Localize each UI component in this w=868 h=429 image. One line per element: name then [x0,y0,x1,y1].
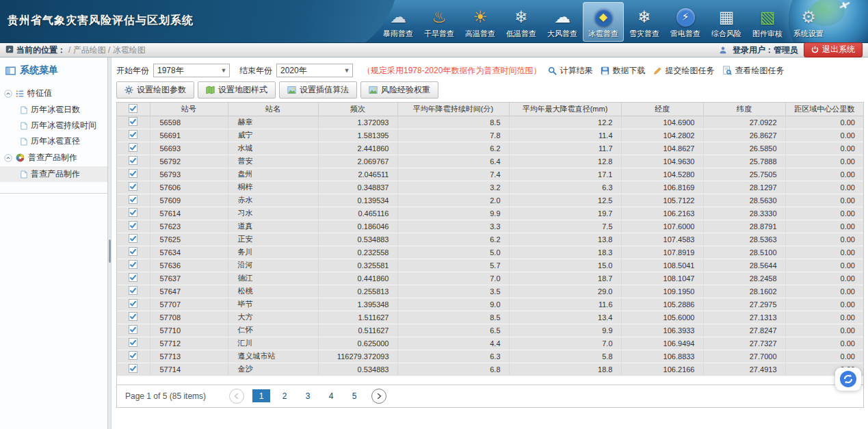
table-row[interactable]: 56793盘州2.0465117.417.1104.528025.75050.0… [117,168,863,181]
row-checkbox[interactable] [117,337,150,350]
sidebar-tree: 特征值历年冰雹日数历年冰雹持续时间历年冰雹直径普查产品制作普查产品制作 [0,82,107,194]
table-row[interactable]: 57614习水0.4651169.919.7106.216328.33300.0… [117,207,863,220]
sidebar-group-普查产品制作[interactable]: 普查产品制作 [0,149,107,166]
table-row[interactable]: 57636沿河0.3255815.715.0108.504128.56440.0… [117,259,863,272]
table-row[interactable]: 57609赤水0.1395342.012.5105.712228.56300.0… [117,194,863,207]
table-row[interactable]: 57710仁怀0.5116276.59.9106.393327.82470.00 [117,324,863,337]
row-checkbox[interactable] [117,285,150,298]
row-checkbox[interactable] [117,298,150,311]
table-row[interactable]: 57712汇川0.6250004.47.0106.949427.73270.00 [117,337,863,350]
action-数据下载[interactable]: 数据下载 [601,65,645,77]
frequency: 1.511627 [318,311,397,324]
avg-hail-duration: 6.4 [397,155,509,168]
toolbar-button-风险经验权重[interactable]: 风险经验权重 [360,81,438,99]
action-计算结果[interactable]: 计算结果 [548,65,592,77]
action-查看绘图任务[interactable]: 查看绘图任务 [722,65,784,77]
table-row[interactable]: 57714金沙0.5348836.818.8106.216627.49130.0… [117,363,863,376]
breadcrumb[interactable]: / 产品绘图 / 冰雹绘图 [68,44,146,56]
row-checkbox[interactable] [117,181,150,194]
station-id: 56792 [150,155,228,168]
nav-item-drought-survey[interactable]: ♨干旱普查 [419,2,460,42]
toolbar-button-设置地图样式[interactable]: 设置地图样式 [198,81,276,99]
page-number-1[interactable]: 1 [252,389,270,402]
refresh-button[interactable] [835,367,861,391]
action-提交绘图任务[interactable]: 提交绘图任务 [653,65,714,77]
nav-item-hail-survey[interactable]: ◆冰雹普查 [583,2,624,42]
table-row[interactable]: 57637德江0.4418607.018.7108.104728.24580.0… [117,272,863,285]
map-review-icon: ▧ [760,7,776,27]
row-checkbox[interactable] [117,272,150,285]
nav-item-lightning-survey[interactable]: ⚡雷电普查 [665,2,706,42]
next-page-button[interactable] [371,389,386,404]
nav-item-system-settings[interactable]: ⚙系统设置 [788,2,829,42]
sidebar-group-特征值[interactable]: 特征值 [0,85,107,102]
table-row[interactable]: 56792普安2.0697676.412.8104.963025.78880.0… [117,155,863,168]
nav-item-low-temp-survey[interactable]: ❄低温普查 [501,2,542,42]
row-checkbox[interactable] [117,142,150,155]
table-row[interactable]: 57623道真0.1860463.37.5107.600028.87910.00 [117,220,863,233]
row-checkbox[interactable] [117,220,150,233]
frequency: 0.511627 [318,324,397,337]
nav-item-comprehensive-risk[interactable]: ▦综合风险 [706,2,747,42]
table-row[interactable]: 56691威宁1.5813957.811.4104.280226.86270.0… [117,129,863,142]
table-row[interactable]: 57634务川0.2325585.018.3107.891928.51000.0… [117,246,863,259]
latitude: 28.5363 [703,233,785,246]
nav-item-map-review[interactable]: ▧图件审核 [747,2,788,42]
sidebar-item-历年冰雹持续时间[interactable]: 历年冰雹持续时间 [0,118,107,133]
row-checkbox[interactable] [117,207,150,220]
sidebar-item-历年冰雹日数[interactable]: 历年冰雹日数 [0,102,107,118]
distance-to-center: 0.00 [785,337,863,350]
row-checkbox[interactable] [117,259,150,272]
sidebar-item-历年冰雹直径[interactable]: 历年冰雹直径 [0,133,107,149]
table-row[interactable]: 57606桐梓0.3488373.26.3106.816928.12970.00 [117,181,863,194]
nav-item-snow-survey[interactable]: ❄雪灾普查 [624,2,665,42]
table-row[interactable]: 56693水城2.4418606.211.7104.862726.58500.0… [117,142,863,155]
collapse-icon[interactable] [4,154,12,162]
nav-item-high-temp-survey[interactable]: ☀高温普查 [460,2,501,42]
row-checkbox[interactable] [117,246,150,259]
splitter-handle[interactable] [109,239,111,263]
table-row[interactable]: 57707毕节1.3953489.011.6105.288627.29750.0… [117,298,863,311]
table-row[interactable]: 57713遵义城市站116279.3720936.35.8106.883327.… [117,350,863,363]
sidebar-item-label: 历年冰雹直径 [31,135,80,147]
row-checkbox[interactable] [117,168,150,181]
start-year-select[interactable]: 1978年 ▼ [153,64,230,77]
distance-to-center: 0.00 [785,129,863,142]
row-checkbox[interactable] [117,194,150,207]
rainstorm-survey-icon: ☁ [390,7,406,27]
table-row[interactable]: 57708大方1.5116278.513.4105.600027.13130.0… [117,311,863,324]
frequency: 0.139534 [318,194,397,207]
nav-item-label: 系统设置 [793,29,824,39]
table-row[interactable]: 57625正安0.5348836.213.8107.458328.53630.0… [117,233,863,246]
page-number-2[interactable]: 2 [276,389,293,402]
row-checkbox[interactable] [117,233,150,246]
page-number-3[interactable]: 3 [299,389,317,402]
longitude: 106.2163 [621,207,703,220]
end-year-select[interactable]: 2020年 ▼ [276,64,353,77]
row-checkbox[interactable] [117,116,150,129]
avg-hail-duration: 6.3 [397,350,509,363]
page-number-5[interactable]: 5 [345,389,363,402]
page-number-4[interactable]: 4 [322,389,340,402]
row-checkbox[interactable] [117,324,150,337]
row-checkbox[interactable] [117,311,150,324]
row-checkbox[interactable] [117,155,150,168]
sidebar-item-普查产品制作[interactable]: 普查产品制作 [0,166,107,182]
toolbar-button-设置插值算法[interactable]: 设置插值算法 [279,81,357,99]
collapse-icon[interactable] [4,90,12,98]
select-all-checkbox[interactable] [117,103,150,116]
toolbar-button-设置绘图参数[interactable]: 设置绘图参数 [116,81,194,99]
table-row[interactable]: 57647松桃0.2558133.529.0109.195028.16020.0… [117,285,863,298]
logout-button[interactable]: 退出系统 [804,42,863,57]
nav-item-wind-survey[interactable]: ☁大风普查 [542,2,583,42]
longitude: 106.9494 [621,337,703,350]
row-checkbox[interactable] [117,129,150,142]
station-name: 沿河 [228,259,318,272]
row-checkbox[interactable] [117,350,150,363]
row-checkbox[interactable] [117,363,150,376]
latitude: 28.5100 [703,246,785,259]
gear-icon [124,86,133,94]
table-row[interactable]: 56598赫章1.3720938.512.2104.690027.09220.0… [117,116,863,129]
nav-item-rainstorm-survey[interactable]: ☁暴雨普查 [378,2,419,42]
prev-page-button[interactable] [229,389,244,404]
